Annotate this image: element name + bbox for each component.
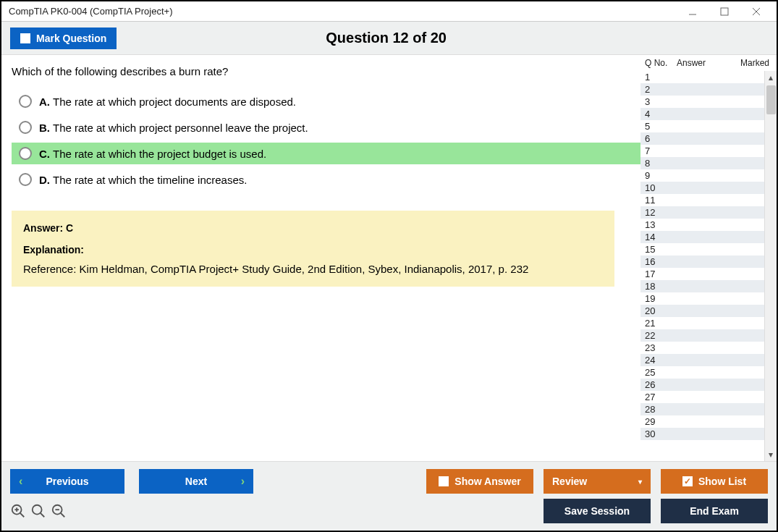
row-qno: 2 [645,84,677,95]
next-label: Next [185,476,207,487]
question-list[interactable]: 1234567891011121314151617181920212223242… [640,71,764,461]
svg-line-11 [61,513,65,518]
explanation-body: Reference: Kim Heldman, CompTIA Project+… [23,263,603,275]
question-list-row[interactable]: 3 [640,96,764,108]
radio-icon[interactable] [19,147,32,160]
question-list-row[interactable]: 5 [640,120,764,132]
row-qno: 3 [645,96,677,107]
question-text: Which of the following describes a burn … [12,65,640,77]
zoom-in-icon[interactable] [10,503,26,519]
app-window: CompTIA PK0-004 (CompTIA Project+) Mark … [0,0,778,532]
col-answer: Answer [677,58,727,68]
title-bar: CompTIA PK0-004 (CompTIA Project+) [1,1,777,22]
radio-icon[interactable] [19,95,32,108]
show-answer-button[interactable]: Show Answer [426,469,533,494]
svg-line-9 [41,513,45,518]
option-text: The rate at which the timeline increases… [53,174,247,186]
option-letter: B. [39,122,50,134]
question-list-row[interactable]: 2 [640,83,764,96]
row-qno: 26 [645,379,677,390]
question-list-row[interactable]: 18 [640,280,764,292]
question-list-row[interactable]: 1 [640,71,764,83]
save-session-label: Save Session [565,505,630,517]
maximize-icon[interactable] [709,1,740,22]
question-list-row[interactable]: 12 [640,206,764,219]
option-c[interactable]: C. The rate at which the project budget … [12,143,640,164]
svg-line-5 [20,513,25,518]
option-a[interactable]: A. The rate at which project documents a… [12,90,640,112]
question-list-row[interactable]: 20 [640,305,764,317]
show-answer-label: Show Answer [454,476,520,487]
zoom-controls [10,503,67,519]
question-list-row[interactable]: 26 [640,379,764,391]
question-list-row[interactable]: 23 [640,342,764,354]
scroll-down-icon[interactable]: ▾ [769,449,773,460]
question-panel: Which of the following describes a burn … [1,55,640,461]
main-area: Which of the following describes a burn … [1,55,777,461]
row-qno: 6 [645,133,677,144]
scrollbar[interactable]: ▴ ▾ [764,71,777,461]
row-qno: 20 [645,305,677,316]
row-qno: 16 [645,256,677,267]
question-list-row[interactable]: 19 [640,292,764,305]
chevron-down-icon: ▾ [638,478,642,486]
row-qno: 23 [645,342,677,353]
question-list-row[interactable]: 8 [640,157,764,169]
radio-icon[interactable] [19,173,32,186]
question-list-row[interactable]: 10 [640,182,764,194]
question-list-row[interactable]: 7 [640,145,764,157]
question-list-row[interactable]: 4 [640,108,764,120]
end-exam-button[interactable]: End Exam [661,499,768,523]
question-list-row[interactable]: 13 [640,219,764,231]
radio-icon[interactable] [19,121,32,134]
option-d[interactable]: D. The rate at which the timeline increa… [12,169,640,190]
question-list-row[interactable]: 25 [640,366,764,379]
question-list-row[interactable]: 29 [640,415,764,428]
zoom-reset-icon[interactable] [30,503,46,519]
chevron-left-icon: ‹ [19,475,22,488]
row-qno: 27 [645,392,677,402]
question-list-row[interactable]: 9 [640,169,764,182]
header-bar: Mark Question Question 12 of 20 [1,22,777,55]
review-button[interactable]: Review ▾ [544,469,651,494]
row-qno: 25 [645,367,677,378]
scrollbar-thumb[interactable] [766,85,776,114]
scroll-up-icon[interactable]: ▴ [769,72,773,83]
minimize-icon[interactable] [677,1,709,22]
question-list-row[interactable]: 24 [640,354,764,366]
question-list-row[interactable]: 28 [640,403,764,415]
question-list-row[interactable]: 30 [640,428,764,440]
question-list-row[interactable]: 11 [640,194,764,206]
next-button[interactable]: Next › [139,469,253,494]
question-list-row[interactable]: 15 [640,243,764,256]
window-controls [677,1,772,22]
option-b[interactable]: B. The rate at which project personnel l… [12,117,640,138]
row-qno: 5 [645,121,677,132]
row-qno: 17 [645,269,677,279]
question-list-row[interactable]: 16 [640,256,764,268]
explanation-box: Answer: C Explanation: Reference: Kim He… [12,211,614,287]
question-list-row[interactable]: 17 [640,268,764,280]
row-qno: 28 [645,404,677,415]
question-list-row[interactable]: 22 [640,329,764,342]
col-marked: Marked [727,58,772,68]
previous-button[interactable]: ‹ Previous [10,469,124,494]
question-list-row[interactable]: 6 [640,132,764,145]
row-qno: 12 [645,207,677,218]
show-list-button[interactable]: ✓ Show List [661,469,768,494]
question-counter: Question 12 of 20 [4,30,768,46]
row-qno: 7 [645,145,677,156]
row-qno: 21 [645,318,677,329]
close-icon[interactable] [740,1,772,22]
question-list-row[interactable]: 21 [640,317,764,329]
review-label: Review [552,476,587,487]
row-qno: 18 [645,281,677,292]
zoom-out-icon[interactable] [51,503,67,519]
question-list-row[interactable]: 27 [640,391,764,403]
question-list-row[interactable]: 14 [640,231,764,243]
save-session-button[interactable]: Save Session [544,499,651,523]
option-letter: A. [39,96,50,108]
row-qno: 22 [645,330,677,341]
svg-point-8 [33,505,42,515]
bottom-row-main: ‹ Previous Next › Show Answer Review ▾ ✓… [10,469,768,494]
